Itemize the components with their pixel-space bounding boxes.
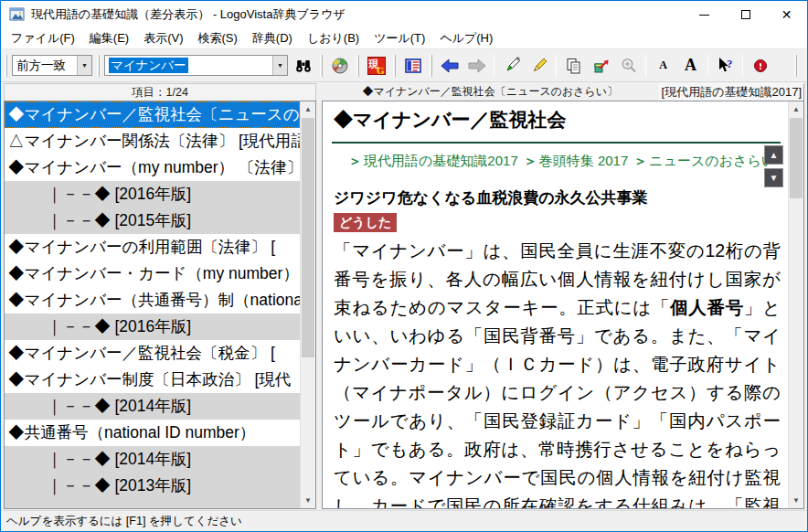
article-panel: ◆マイナンバー／監視社会〔ニュースのおさらい〕 [現代用語の基礎知識2017] … [322, 83, 804, 509]
scrollbar-thumb[interactable] [302, 118, 314, 357]
article-title: ◆マイナンバー／監視社会 [334, 107, 781, 133]
forward-button[interactable] [464, 54, 489, 78]
scroll-down-arrow-icon[interactable]: ▼ [789, 493, 803, 508]
list-item[interactable]: ◆マイナンバー（my number） 〔法律〕 [5, 154, 300, 181]
app-icon [9, 7, 25, 22]
menu-item[interactable]: ツール(T) [367, 28, 432, 48]
article-scrollbar[interactable]: ▲ ▼ [788, 101, 803, 508]
match-mode-value: 前方一致 [13, 58, 77, 74]
menu-item[interactable]: 表示(V) [136, 28, 190, 48]
related-item-button[interactable] [589, 54, 613, 78]
article-nav-buttons: ▲ ▼ [764, 145, 783, 187]
scrollbar-thumb[interactable] [790, 118, 803, 198]
toolbar-grip[interactable] [393, 55, 396, 77]
title-bar: 現代用語の基礎知識（差分表示） - LogoVista辞典ブラウザ ✕ [1, 1, 807, 28]
article-header-bar: ◆マイナンバー／監視社会〔ニュースのおさらい〕 [現代用語の基礎知識2017] [322, 83, 804, 101]
toolbar-grip[interactable] [356, 55, 359, 77]
dictionary-tag[interactable]: [現代用語の基礎知識2017] [659, 83, 804, 101]
list-item[interactable]: ◆マイナンバー制度〔日本政治〕 [現代 [5, 367, 300, 393]
prev-item-button[interactable]: ▲ [764, 145, 783, 165]
article-body-bold-term: 個人番号 [670, 297, 744, 317]
list-item[interactable]: ｜－－◆ [2015年版] [5, 207, 300, 234]
list-item[interactable]: ◆マイナンバー（共通番号）制（national [5, 287, 300, 314]
app-window: 現代用語の基礎知識（差分表示） - LogoVista辞典ブラウザ ✕ ファイル… [0, 0, 808, 532]
close-icon: ✕ [781, 8, 792, 21]
match-mode-dropdown-button[interactable]: ▼ [77, 56, 91, 75]
chevron-down-icon: ▼ [81, 62, 88, 69]
zoom-button[interactable] [616, 54, 641, 78]
list-item[interactable]: ｜－－◆ [2016年版] [5, 181, 300, 207]
minimize-button[interactable] [684, 2, 725, 28]
article-body-text: 」といい、いわゆる「国民背番号」である。また、「マイナンバーカード」（ＩＣカード… [334, 297, 781, 508]
menu-item[interactable]: ファイル(F) [4, 28, 82, 48]
menu-item[interactable]: ヘルプ(H) [432, 28, 500, 48]
result-list-rows: ◆マイナンバー／監視社会〔ニュースのおさらい〕△マイナンバー関係法〔法律〕 [現… [5, 101, 300, 508]
font-larger-button[interactable]: A [678, 54, 703, 78]
lv-navi-button[interactable]: LVナビ [802, 54, 808, 78]
index-view-button[interactable] [400, 54, 425, 78]
list-item[interactable]: ◆マイナンバー／監視社会〔税金〕 [ [5, 340, 300, 367]
search-input-value: マイナンバー [109, 58, 188, 73]
back-button[interactable] [437, 54, 462, 78]
list-item[interactable]: ◆マイナンバー／監視社会〔ニュースのおさらい〕 [5, 101, 300, 128]
binoculars-icon [294, 57, 313, 75]
forward-arrow-icon [467, 58, 487, 74]
chevron-down-icon: ▼ [277, 62, 283, 69]
next-item-button[interactable]: ▼ [764, 168, 783, 187]
list-item[interactable]: △マイナンバー関係法〔法律〕 [現代用語の基礎知識2017] [5, 128, 300, 154]
menu-item[interactable]: 編集(E) [82, 28, 136, 48]
toolbar-grip[interactable] [794, 55, 797, 77]
list-scrollbar[interactable]: ▲ ▼ [300, 101, 315, 508]
scroll-up-arrow-icon[interactable]: ▲ [789, 101, 803, 117]
index-table-icon [404, 57, 422, 75]
menu-item[interactable]: 検索(S) [191, 28, 245, 48]
breadcrumb-link[interactable]: 巻頭特集 2017 [539, 153, 629, 168]
result-listbox: ◆マイナンバー／監視社会〔ニュースのおさらい〕△マイナンバー関係法〔法律〕 [現… [4, 101, 316, 509]
online-update-button[interactable] [748, 54, 772, 78]
green-marker-icon [503, 57, 521, 75]
list-item[interactable]: ｜－－◆ [2014年版] [5, 393, 300, 420]
list-item[interactable]: ｜－－◆ [2016年版] [5, 314, 300, 340]
toolbar-separator [645, 55, 646, 77]
list-item[interactable] [5, 499, 300, 508]
toolbar-grip[interactable] [320, 55, 323, 77]
breadcrumb-separator-icon: ＞ [348, 153, 362, 168]
menu-item[interactable]: しおり(B) [300, 28, 367, 48]
close-button[interactable]: ✕ [766, 2, 807, 28]
window-title: 現代用語の基礎知識（差分表示） - LogoVista辞典ブラウザ [31, 6, 346, 23]
marker-button[interactable] [499, 54, 524, 78]
search-button[interactable] [291, 54, 315, 78]
copy-button[interactable] [561, 54, 586, 78]
pencil-button[interactable] [526, 54, 551, 78]
list-item[interactable]: ｜－－◆ [2013年版] [5, 473, 300, 499]
list-item[interactable]: ｜－－◆ [2014年版] [5, 446, 300, 473]
list-item[interactable]: ◆共通番号（national ID number） [5, 420, 300, 446]
toolbar-separator [707, 55, 708, 77]
context-help-button[interactable]: ? [713, 54, 738, 78]
menu-bar: ファイル(F)編集(E)表示(V)検索(S)辞典(D)しおり(B)ツール(T)ヘ… [1, 28, 807, 48]
font-smaller-button[interactable]: A [651, 54, 675, 78]
menu-item[interactable]: 辞典(D) [245, 28, 300, 48]
scroll-up-arrow-icon[interactable]: ▲ [301, 101, 315, 117]
dictionary-select-button[interactable] [327, 54, 352, 78]
search-input[interactable]: マイナンバー ▼ [104, 55, 288, 76]
yellow-pencil-icon [530, 57, 548, 75]
svg-text:?: ? [727, 57, 733, 70]
scroll-down-arrow-icon[interactable]: ▼ [301, 493, 315, 508]
title-rule [332, 142, 781, 144]
search-dropdown-button[interactable]: ▼ [272, 56, 287, 75]
jump-arrow-icon [592, 57, 611, 75]
article: ◆マイナンバー／監視社会 ＞現代用語の基礎知識2017＞巻頭特集 2017＞ニュ… [323, 101, 788, 508]
help-cursor-icon: ? [716, 57, 736, 75]
triangle-down-icon: ▼ [770, 174, 779, 183]
breadcrumb-link[interactable]: ニュースのおさらい [649, 153, 775, 168]
dictionary-gendai-button[interactable]: 現 G [364, 54, 388, 78]
list-item[interactable]: ◆マイナンバー・カード（my number） [5, 261, 300, 287]
match-mode-select[interactable]: 前方一致 ▼ [12, 55, 92, 76]
maximize-button[interactable] [725, 2, 766, 28]
toolbar-grip[interactable] [97, 55, 100, 77]
toolbar-grip[interactable] [5, 55, 7, 77]
toolbar-grip[interactable] [430, 55, 432, 77]
list-item[interactable]: ◆マイナンバーの利用範囲〔法律〕 [ [5, 234, 300, 261]
breadcrumb-link[interactable]: 現代用語の基礎知識2017 [364, 153, 518, 168]
